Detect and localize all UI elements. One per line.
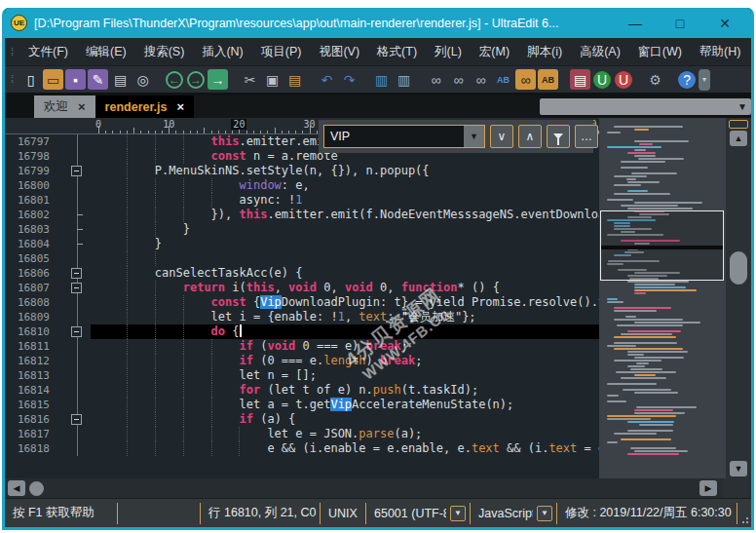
minimize-button[interactable]: — bbox=[626, 16, 644, 31]
fold-collapse-icon[interactable] bbox=[71, 283, 82, 293]
scroll-right-icon[interactable]: ▶ bbox=[699, 480, 717, 496]
code-text: }), this.emitter.emit(f.NodeEventMesssag… bbox=[91, 208, 599, 222]
menu-item-11[interactable]: 窗口(W) bbox=[629, 40, 691, 64]
filter-button[interactable] bbox=[547, 125, 570, 148]
find-next-button[interactable]: ∨ bbox=[490, 125, 513, 148]
code-text: if (0 === e.length) break; bbox=[91, 354, 599, 368]
indent-guide bbox=[183, 427, 184, 441]
menu-item-5[interactable]: 视图(V) bbox=[310, 40, 368, 64]
menu-item-10[interactable]: 高级(A) bbox=[571, 40, 629, 64]
ruler-number: 30 bbox=[304, 119, 316, 130]
tab-list-dropdown-icon[interactable]: ▼ bbox=[737, 101, 747, 112]
minimap-line bbox=[638, 158, 684, 160]
vertical-scrollbar[interactable]: ▲ ▼ bbox=[726, 118, 751, 478]
copy-icon[interactable]: ▣ bbox=[262, 69, 283, 90]
code-line-16807: 16807 return i(this, void 0, void 0, fun… bbox=[5, 281, 599, 295]
encoding-dropdown-button[interactable]: ▼ bbox=[450, 506, 466, 521]
ruler-tick bbox=[225, 131, 226, 133]
minimap-line bbox=[634, 202, 702, 204]
search-combo[interactable]: VIP ▼ bbox=[323, 125, 485, 148]
ruler-tick bbox=[155, 131, 156, 133]
tab-close-icon[interactable]: × bbox=[177, 99, 185, 114]
ultracompare-icon[interactable]: U bbox=[593, 71, 611, 89]
back-icon[interactable]: ← bbox=[166, 71, 183, 89]
vertical-scroll-thumb[interactable] bbox=[730, 251, 747, 285]
minimap-line bbox=[607, 383, 657, 385]
help-icon[interactable]: ? bbox=[678, 71, 696, 89]
code-text: if (a) { bbox=[91, 412, 599, 427]
resize-grip[interactable] bbox=[737, 499, 751, 527]
find-prev-button[interactable]: ∧ bbox=[518, 125, 542, 148]
scroll-down-icon[interactable]: ▼ bbox=[730, 461, 747, 476]
vertical-scroll-track[interactable] bbox=[730, 146, 747, 461]
find-icon[interactable]: ∞ bbox=[426, 69, 446, 90]
find-in-files-icon[interactable]: ∞ bbox=[515, 69, 536, 90]
fold-collapse-icon[interactable] bbox=[71, 414, 82, 425]
replace-icon[interactable]: AB bbox=[493, 69, 513, 90]
column-mode-icon[interactable]: ▥ bbox=[371, 69, 392, 90]
tab-欢迎[interactable]: 欢迎× bbox=[34, 95, 95, 118]
toolbar-scroll-icon[interactable]: ▾ bbox=[699, 69, 710, 91]
find-prev-icon[interactable]: ∞ bbox=[448, 69, 469, 90]
minimap[interactable] bbox=[599, 118, 726, 478]
editor-pane[interactable]: 010203040506070 16797 this.emitter.emit(… bbox=[5, 118, 599, 478]
tab-renderer.js[interactable]: renderer.js× bbox=[95, 95, 195, 118]
forward-icon[interactable]: → bbox=[187, 71, 205, 89]
indent-guide bbox=[155, 339, 156, 354]
menu-item-4[interactable]: 项目(P) bbox=[252, 40, 311, 64]
tab-list-strip[interactable]: ▼ bbox=[540, 98, 751, 115]
indent-guide bbox=[183, 441, 184, 456]
redo-icon[interactable]: ↷ bbox=[339, 69, 359, 90]
menu-item-3[interactable]: 插入(N) bbox=[193, 40, 251, 64]
fold-collapse-icon[interactable] bbox=[71, 166, 82, 176]
menu-item-7[interactable]: 列(L) bbox=[426, 40, 471, 64]
scroll-left-icon[interactable]: ◀ bbox=[8, 480, 25, 496]
print-icon[interactable]: ▤ bbox=[110, 69, 131, 90]
minimap-line bbox=[636, 406, 697, 408]
more-options-button[interactable]: … bbox=[575, 125, 598, 148]
ruler-tick bbox=[275, 128, 276, 133]
tab-close-icon[interactable]: × bbox=[78, 99, 86, 114]
menu-item-1[interactable]: 编辑(E) bbox=[77, 40, 135, 64]
fold-end-mark bbox=[77, 214, 83, 215]
menu-item-2[interactable]: 搜索(S) bbox=[135, 40, 194, 64]
undo-icon[interactable]: ↶ bbox=[317, 69, 337, 90]
save-icon[interactable]: ▪ bbox=[65, 69, 86, 90]
replace-in-files-icon[interactable]: AB bbox=[538, 69, 558, 90]
close-button[interactable]: ✕ bbox=[716, 16, 734, 31]
menu-item-6[interactable]: 格式(T) bbox=[368, 40, 426, 64]
search-input[interactable]: VIP bbox=[324, 130, 464, 143]
menu-item-9[interactable]: 脚本(i) bbox=[518, 40, 571, 64]
fold-collapse-icon[interactable] bbox=[71, 268, 82, 279]
go-icon[interactable]: → bbox=[208, 69, 228, 90]
new-file-icon[interactable]: ▯ bbox=[20, 69, 41, 90]
indent-guide bbox=[155, 134, 156, 149]
ueftp-icon[interactable]: U bbox=[615, 71, 632, 89]
menu-item-12[interactable]: 帮助(H) bbox=[691, 40, 749, 64]
search-combo-dropdown-icon[interactable]: ▼ bbox=[464, 126, 484, 147]
indent-guide bbox=[155, 208, 156, 222]
fold-collapse-icon[interactable] bbox=[71, 326, 82, 337]
settings-icon[interactable]: ⚙ bbox=[645, 69, 665, 90]
maximize-button[interactable]: □ bbox=[671, 16, 689, 31]
print-preview-icon[interactable]: ◎ bbox=[132, 69, 153, 90]
menu-item-0[interactable]: 文件(F) bbox=[19, 40, 77, 64]
paste-icon[interactable]: ▤ bbox=[284, 69, 305, 90]
horizontal-scrollbar[interactable]: ◀ ▶ bbox=[5, 478, 751, 498]
cut-icon[interactable]: ✂ bbox=[240, 69, 260, 90]
function-list-icon[interactable]: ▤ bbox=[570, 69, 590, 90]
menu-item-8[interactable]: 宏(M) bbox=[471, 40, 518, 64]
line-number: 16799 bbox=[5, 164, 63, 178]
indent-guide bbox=[155, 441, 156, 456]
bookmark-columns-icon[interactable]: ▥ bbox=[394, 69, 414, 90]
find-next-icon[interactable]: ∞ bbox=[471, 69, 491, 90]
open-folder-icon[interactable]: ▭ bbox=[43, 69, 63, 90]
language-dropdown-button[interactable]: ▼ bbox=[537, 506, 552, 521]
ruler-tick bbox=[288, 131, 289, 133]
scroll-up-icon[interactable]: ▲ bbox=[730, 131, 747, 146]
minimap-line bbox=[607, 400, 626, 402]
indent-guide bbox=[211, 427, 212, 441]
save-as-icon[interactable]: ✎ bbox=[88, 69, 108, 90]
code-lines[interactable]: 16797 this.emitter.emit(16798 const n = … bbox=[5, 134, 599, 478]
horizontal-scroll-thumb[interactable] bbox=[29, 481, 44, 496]
